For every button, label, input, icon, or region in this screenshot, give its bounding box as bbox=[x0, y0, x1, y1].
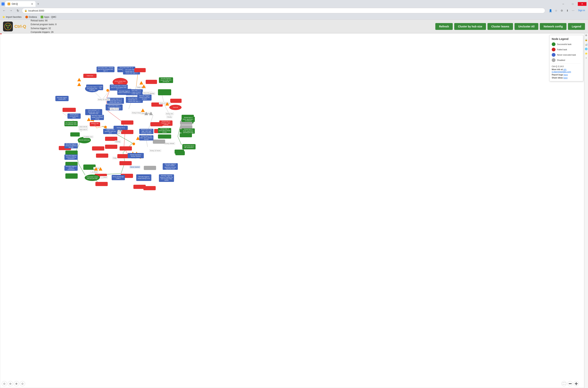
svg-line-24 bbox=[124, 134, 125, 147]
bookmark-grafana[interactable]: Grafana bbox=[24, 15, 38, 19]
zoom-in-right-btn[interactable]: ➕ bbox=[573, 381, 579, 386]
canvas-area[interactable]: Ctrl-Q reload chain app 1-1 Ctrl-q task … bbox=[0, 33, 584, 388]
zoom-in-btn[interactable]: ⊕ bbox=[14, 381, 19, 386]
legend-share-ideas-link[interactable]: here bbox=[564, 76, 567, 79]
node-blue-twn-reload-2[interactable]: Reload task of Tile data - MYC selection… bbox=[139, 135, 153, 141]
back-btn[interactable]: ← bbox=[1, 8, 7, 13]
node-green-8[interactable]: PowerShell about DB connections bbox=[182, 144, 196, 149]
tab-close-btn[interactable]: ✕ bbox=[31, 2, 33, 5]
node-manually-triggered-6[interactable]: Manually triggered reload of regulatory … bbox=[65, 143, 78, 148]
node-manually-triggered-10[interactable]: Manually triggered reload of Butler apps… bbox=[163, 163, 178, 170]
node-blue-twn-reload[interactable]: Reload task of Tile data - MYC Qlik sele… bbox=[139, 129, 153, 134]
sidebar-icon-2[interactable]: 🔒 bbox=[585, 39, 588, 42]
node-green-twn-3[interactable] bbox=[158, 134, 171, 139]
bookmark-import-favorites[interactable]: ⭐ Import favorites bbox=[1, 15, 22, 19]
node-reload-task-app[interactable]: Ctrl-Q unit test app: 1 task 1 bbox=[112, 175, 125, 180]
refresh-nav-btn[interactable]: ↻ bbox=[15, 8, 21, 13]
node-green-14[interactable] bbox=[65, 173, 78, 179]
legend-report-bugs-link[interactable]: here bbox=[564, 73, 568, 76]
legend-button[interactable]: Legend bbox=[568, 23, 585, 30]
triangle-gray-2 bbox=[149, 112, 153, 115]
node-green-oval-2[interactable]: PowerShell: reload task join json app bbox=[85, 174, 100, 181]
node-manually-triggered-1[interactable]: Manually triggered reload of ButterTest … bbox=[117, 89, 132, 95]
node-blue-chain-7[interactable]: Ctrl-q unit test 1: 1) Reload task, task… bbox=[85, 109, 102, 115]
node-triggers-when[interactable]: Triggers when upstream tasks are done bbox=[103, 129, 117, 134]
node-gray-4[interactable] bbox=[144, 166, 156, 170]
pan-left-btn[interactable]: ⊙ bbox=[20, 381, 25, 386]
node-red-2[interactable] bbox=[134, 68, 146, 72]
node-green-twn-2[interactable]: Reload task of some task of reload trans… bbox=[158, 128, 171, 133]
node-green-1[interactable]: Security Dupman: reload of Qlik NYC pack… bbox=[159, 77, 173, 83]
node-manually-triggered-5[interactable]: Reload task of some demand items bbox=[68, 113, 81, 119]
sidebar-icon-4[interactable]: 🌐 bbox=[585, 48, 588, 51]
node-red-5[interactable]: Oval red bbox=[169, 105, 181, 110]
node-red-15[interactable] bbox=[0, 33, 2, 34]
forward-btn[interactable]: → bbox=[8, 8, 14, 13]
node-red-21[interactable] bbox=[119, 161, 132, 165]
refresh-button[interactable]: Refresh bbox=[435, 23, 453, 30]
node-red-16[interactable] bbox=[120, 146, 132, 150]
node-green-9[interactable]: No snapshots after 04 September 2021 bbox=[65, 121, 78, 126]
fit-view-btn[interactable]: ⊙ bbox=[2, 381, 7, 386]
node-manually-triggered-2[interactable]: Manually Triggers reload of that one ana… bbox=[137, 95, 152, 101]
signin-btn[interactable]: Sign in bbox=[576, 8, 587, 13]
node-red-1[interactable]: Failed task bbox=[83, 74, 96, 78]
svg-line-40 bbox=[96, 126, 104, 128]
node-manually-triggered-7[interactable]: Manually triggered reload of training co… bbox=[65, 154, 78, 160]
bookmark-apps-qmc[interactable]: Apps · QMC bbox=[40, 15, 57, 19]
node-red-19[interactable] bbox=[92, 146, 104, 150]
node-red-26[interactable] bbox=[95, 182, 108, 186]
node-reload-twn[interactable] bbox=[175, 149, 184, 154]
node-reload-butler-2[interactable]: Reload task of Butler appstream operatin… bbox=[181, 128, 195, 134]
node-red-reload-twd[interactable]: Reload task of Training in Qlik - Traini… bbox=[159, 121, 173, 126]
new-tab-button[interactable]: + bbox=[36, 1, 41, 7]
active-tab[interactable]: C Ctrl-Q ✕ bbox=[5, 1, 36, 7]
node-red-10[interactable] bbox=[121, 130, 133, 134]
close-btn[interactable]: ✕ bbox=[578, 2, 587, 6]
node-blue-chain-1[interactable]: Ctrl-q task chain 1: Reload task of Ctrl… bbox=[96, 67, 114, 72]
user-icon[interactable]: 👤 bbox=[548, 8, 553, 13]
cluster-leaves-button[interactable]: Cluster leaves bbox=[487, 23, 513, 30]
node-red-13[interactable] bbox=[105, 137, 117, 141]
node-red-6[interactable] bbox=[170, 99, 181, 103]
node-green-3[interactable] bbox=[158, 91, 171, 95]
settings-icon[interactable]: ⋯ bbox=[571, 8, 575, 13]
node-red-25[interactable] bbox=[143, 186, 156, 190]
minimize-btn[interactable]: ─ bbox=[559, 2, 567, 6]
sidebar-icon-6[interactable]: + bbox=[585, 57, 588, 60]
cluster-hub-button[interactable]: Cluster by hub size bbox=[454, 23, 486, 30]
node-reload-butler-1[interactable]: Reload task of Butler appstream - not al… bbox=[181, 117, 195, 122]
node-reload-operations[interactable]: Reload Operations Monitor Schema bbox=[128, 153, 144, 158]
node-green-10[interactable] bbox=[70, 132, 80, 137]
node-red-8[interactable]: Refresh Lab: 1-1 bbox=[90, 122, 100, 126]
address-bar[interactable]: 🔒 localhost:3000 bbox=[22, 8, 545, 13]
node-manually-triggered-3[interactable]: Manually triggers reload demo bbox=[55, 96, 68, 101]
node-gray-3[interactable] bbox=[153, 140, 165, 144]
connector-orange-1 bbox=[106, 89, 109, 92]
zoom-out-btn[interactable]: ⊖ bbox=[8, 381, 13, 386]
extension-icon[interactable]: ⚙ bbox=[560, 8, 564, 13]
node-red-9[interactable] bbox=[121, 121, 133, 125]
node-manually-triggered-dark[interactable]: Manually Triggered reload of Training Th… bbox=[159, 174, 174, 182]
node-manually-triggered-9[interactable]: Manually triggered reload training CLG2 bbox=[136, 174, 151, 181]
download-icon[interactable]: ⬇ bbox=[565, 8, 570, 13]
sidebar-icon-1[interactable]: ⚙ bbox=[585, 34, 588, 37]
trigger-date-2: 2022-09-07 bbox=[79, 128, 88, 131]
uncluster-all-button[interactable]: Uncluster All bbox=[515, 23, 538, 30]
network-config-button[interactable]: Network config bbox=[540, 23, 566, 30]
node-manually-triggered-8[interactable]: Manually triggered reload of connections bbox=[65, 166, 78, 171]
fullscreen-btn[interactable]: ⛶ bbox=[561, 381, 567, 386]
node-red-20[interactable] bbox=[96, 153, 108, 158]
node-red-7[interactable] bbox=[63, 108, 76, 112]
zoom-out-right-btn[interactable]: ➖ bbox=[567, 381, 573, 386]
node-manually-triggered-4[interactable]: Manually Triggered reload of timesheet e… bbox=[91, 115, 104, 120]
node-green-7[interactable] bbox=[180, 133, 192, 137]
sidebar-icon-5[interactable]: ⭐ bbox=[585, 52, 588, 55]
star-icon[interactable]: ☆ bbox=[554, 8, 558, 13]
node-red-3[interactable] bbox=[146, 80, 157, 84]
sidebar-icon-3[interactable]: 📊 bbox=[585, 43, 588, 46]
node-red-14[interactable] bbox=[105, 145, 117, 149]
maximize-btn[interactable]: □ bbox=[568, 2, 577, 6]
apps-qmc-favicon bbox=[41, 16, 43, 18]
node-blue-oval-1[interactable]: Ctrl-q task chain 2: Exit program task c… bbox=[85, 85, 99, 92]
